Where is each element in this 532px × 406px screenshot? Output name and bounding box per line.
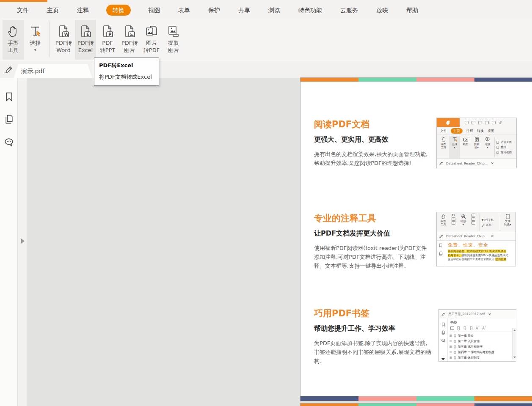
pages-icon bbox=[441, 330, 446, 335]
pdf-to-excel-button[interactable]: E PDF转Excel bbox=[75, 20, 96, 60]
tab-form[interactable]: 表单 bbox=[177, 5, 191, 16]
tab-help[interactable]: 帮助 bbox=[405, 5, 419, 16]
mini-tab-comment: 注释 bbox=[466, 129, 473, 133]
bookmark-next-icon bbox=[469, 326, 473, 330]
image-to-pdf-button[interactable]: 图片转PDF bbox=[141, 20, 162, 60]
mini-tab-home: 主页 bbox=[451, 128, 463, 134]
tab-comment[interactable]: 注释 bbox=[76, 5, 90, 16]
hand-icon bbox=[6, 23, 21, 39]
mini2-typewriter: TI打字机 bbox=[482, 218, 498, 222]
feature-section-annotate: 专业的注释工具 让PDF文档发挥更大价值 使用福昕PDF阅读器(foxit re… bbox=[314, 212, 432, 270]
section-title: 阅读PDF文档 bbox=[314, 118, 432, 130]
screenshot-bookmarks-ui: 员工手册_20120917.pdf ✕ 书签 bbox=[438, 309, 516, 362]
mini-close-icon: ✕ bbox=[488, 313, 491, 316]
pdf-to-image-icon bbox=[122, 23, 137, 39]
bookmark-item: ⊞第一章 简介 bbox=[449, 333, 516, 339]
screenshot-annotation-ui: 手型 工具 T▾ 缩放 ▾ TI打字机 高亮 文件 转换▾ Datasheet_… bbox=[436, 212, 516, 266]
mini2-doc-heading: 免费、快速、安全 bbox=[448, 242, 514, 248]
select-tool-button[interactable]: 选择▾ bbox=[25, 20, 46, 60]
bookmark-icon bbox=[457, 326, 460, 330]
mini-pencil-icon bbox=[441, 312, 446, 317]
hand-tool-button[interactable]: 手型工具 bbox=[3, 20, 24, 60]
mini-select-tool: 选择 ▾ bbox=[449, 136, 460, 158]
mini-hand-tool: 手型 工具 bbox=[438, 136, 449, 158]
tab-browse[interactable]: 浏览 bbox=[267, 5, 281, 16]
mini-doc-tab: 员工手册_20120917.pdf bbox=[448, 312, 485, 316]
mini-rotate-view: 旋转视图 bbox=[496, 151, 512, 154]
tab-features[interactable]: 特色功能 bbox=[298, 5, 323, 16]
tab-present[interactable]: 放映 bbox=[375, 5, 389, 16]
undo-icon: ↺ bbox=[499, 121, 502, 125]
comments-panel-icon[interactable] bbox=[4, 137, 14, 148]
navigation-rail bbox=[0, 78, 18, 406]
tab-file[interactable]: 文件 bbox=[16, 5, 30, 16]
section-body: 拥有出色的文档渲染效果,强大的页面管理功能,帮助提升效率,是您阅读PDF的理想选… bbox=[314, 150, 432, 167]
bookmark-item: ⊞第三章 试用期管理 bbox=[449, 344, 516, 350]
tooltip-title: PDF转Excel bbox=[99, 62, 154, 69]
tab-cloud[interactable]: 云服务 bbox=[339, 5, 359, 16]
pdf-to-word-button[interactable]: W PDF转Word bbox=[53, 20, 74, 60]
section-body: 使用福昕PDF阅读器(foxit reader)为PDF文件添加注释,可对PDF… bbox=[314, 244, 432, 270]
tab-view[interactable]: 视图 bbox=[147, 5, 161, 16]
pages-panel-icon[interactable] bbox=[4, 114, 14, 125]
document-tab-title: 演示.pdf bbox=[21, 68, 44, 75]
tab-protect[interactable]: 保护 bbox=[207, 5, 221, 16]
pdf-to-word-icon: W bbox=[56, 23, 71, 39]
page-top-banner bbox=[300, 78, 532, 82]
bookmarks-panel-icon[interactable] bbox=[4, 91, 14, 102]
page-bottom-banner bbox=[300, 396, 532, 401]
section-subtitle: 让PDF文档发挥更大价值 bbox=[314, 229, 432, 238]
pdf-to-excel-icon: E bbox=[78, 23, 93, 39]
pdf-to-ppt-button[interactable]: P PDF转PPT bbox=[97, 20, 118, 60]
pages-icon bbox=[438, 251, 443, 256]
annotate-pencil-icon[interactable] bbox=[4, 65, 14, 74]
pdf-to-excel-tooltip: PDF转Excel 将PDF文档转成Excel bbox=[94, 58, 159, 86]
mini2-page-group bbox=[469, 214, 477, 232]
mini2-convert: 文件 转换▾ bbox=[502, 214, 513, 232]
document-workspace: 阅读PDF文档 更强大、更实用、更高效 拥有出色的文档渲染效果,强大的页面管理功… bbox=[0, 78, 532, 406]
mini-pencil-icon bbox=[439, 234, 444, 239]
bookmarks-toolbar: A˄ A˅ bbox=[449, 326, 516, 332]
page2-top-banner bbox=[300, 403, 532, 406]
mini-snapshot-tool: 截图 bbox=[460, 136, 471, 158]
mini-doc-tab: Datasheet_Reader_CN.p... bbox=[446, 234, 488, 238]
tab-share[interactable]: 共享 bbox=[237, 5, 251, 16]
doc-icon bbox=[492, 121, 496, 124]
bookmark-add-icon bbox=[463, 326, 467, 330]
mini-pencil-icon bbox=[439, 161, 444, 166]
mini-tab-view: 视图 bbox=[488, 129, 494, 133]
tooltip-body: 将PDF文档转成Excel bbox=[99, 73, 154, 81]
list-icon bbox=[450, 326, 454, 330]
mini-zoom-tool: 缩放 ▾ bbox=[482, 136, 493, 158]
section-subtitle: 帮助您提升工作、学习效率 bbox=[314, 324, 432, 333]
mini2-highlight: 高亮 bbox=[482, 223, 498, 227]
font-up-icon: A˄ bbox=[476, 326, 480, 330]
pdf-page-2 bbox=[300, 403, 532, 406]
screenshot-reader-ui: ↺ 文件 主页 注释 转换 视图 手型 工具 选择 ▾ 截图 剪贴 板▾ 缩放 … bbox=[436, 118, 517, 168]
font-down-icon: A˅ bbox=[482, 326, 486, 330]
mini-fit-page: 适合页面 bbox=[496, 140, 512, 144]
scroll-down-icon bbox=[441, 358, 445, 360]
feature-section-bookmarks: 巧用PDF书签 帮助您提升工作、学习效率 为PDF页面添加书签,除了实现内容的快… bbox=[314, 307, 432, 365]
mail-icon bbox=[485, 121, 489, 124]
ribbon-tabs: 文件 主页 注释 转换 视图 表单 保护 共享 浏览 特色功能 云服务 放映 帮… bbox=[0, 2, 532, 18]
panel-collapsed-strip bbox=[18, 78, 27, 406]
extract-image-button[interactable]: 提取图片 bbox=[163, 20, 184, 60]
panel-expand-arrow-icon[interactable] bbox=[21, 239, 25, 244]
print-icon bbox=[478, 121, 482, 124]
bookmark-item: ⊞第五章 休假制度 bbox=[449, 355, 516, 361]
document-tab[interactable]: 演示.pdf bbox=[14, 64, 92, 78]
pdf-to-image-button[interactable]: PDF转图片 bbox=[119, 20, 140, 60]
mini3-nav-rail bbox=[439, 319, 447, 361]
convert-ribbon-toolbar: 手型工具 选择▾ W PDF转Word E PDF转Excel P PDF转PP… bbox=[0, 18, 532, 61]
svg-text:P: P bbox=[108, 32, 111, 37]
tab-convert[interactable]: 转换 bbox=[106, 5, 131, 16]
mini-tab-convert: 转换 bbox=[477, 129, 484, 133]
feature-section-read: 阅读PDF文档 更强大、更实用、更高效 拥有出色的文档渲染效果,强大的页面管理功… bbox=[314, 118, 432, 167]
svg-text:E: E bbox=[86, 32, 89, 37]
tab-home[interactable]: 主页 bbox=[46, 5, 60, 16]
document-tabbar: 演示.pdf bbox=[0, 62, 532, 78]
mini-clipboard-tool: 剪贴 板▾ bbox=[471, 136, 482, 158]
mini-close-icon: ✕ bbox=[491, 234, 494, 238]
save-icon bbox=[471, 121, 475, 124]
